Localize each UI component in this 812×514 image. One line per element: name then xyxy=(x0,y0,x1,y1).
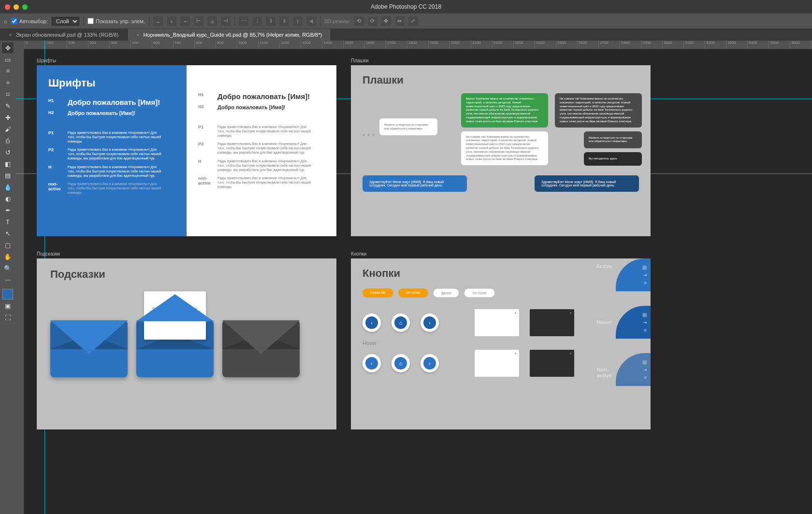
canvas[interactable]: 0100200300400500600700800900100011001200… xyxy=(15,41,812,514)
align-bottom-icon[interactable]: ⫟ xyxy=(180,16,190,26)
close-icon[interactable]: × xyxy=(514,351,517,356)
3d-scale-icon[interactable]: ⤢ xyxy=(408,16,418,26)
dist-4-icon[interactable]: ⫵ xyxy=(279,16,289,26)
plate-card: Не совсем так! Компании важно не количес… xyxy=(555,93,642,128)
menu-icon: ≡ xyxy=(644,328,647,333)
pill-button[interactable]: On Hover xyxy=(464,288,495,298)
type-tool[interactable]: T xyxy=(2,216,14,227)
minimize-window[interactable] xyxy=(14,4,19,10)
exit-icon: ⇥ xyxy=(643,367,647,372)
close-icon[interactable]: × xyxy=(569,351,572,356)
dist-5-icon[interactable]: ⫶ xyxy=(293,16,303,26)
maximize-window[interactable] xyxy=(22,4,28,10)
edit-toolbar[interactable]: ⋯ xyxy=(2,274,14,285)
color-swatch[interactable] xyxy=(2,289,13,300)
pill-button[interactable]: Далее xyxy=(433,288,460,298)
tools-panel: ✥ ▭ ⌗ ✧ ⌑ ✎ ✚ 🖌 ⎙ ↺ ◧ ▤ 💧 ◐ ✒ T ↖ ▢ ✋ 🔍 … xyxy=(0,41,15,514)
artboard-fonts[interactable]: Шрифты H1Добро пожаловать [Имя]!H2Добро … xyxy=(37,65,336,236)
section-title: Подсказки xyxy=(50,268,323,281)
wand-tool[interactable]: ✧ xyxy=(2,77,14,88)
plate-card: Вы находитесь здесь xyxy=(584,152,642,166)
align-vcenter-icon[interactable]: ⫞ xyxy=(167,16,176,26)
ruler-horizontal[interactable]: 0100200300400500600700800900100011001200… xyxy=(24,41,812,49)
arrow-right-icon[interactable]: › xyxy=(423,357,436,370)
arrow-right-icon[interactable]: › xyxy=(423,316,436,329)
3d-orbit-icon[interactable]: ⟲ xyxy=(354,16,364,26)
heal-tool[interactable]: ✚ xyxy=(2,112,14,123)
stamp-tool[interactable]: ⎙ xyxy=(2,135,14,146)
corner-menu-active[interactable]: ▤⇥≡ xyxy=(616,258,651,291)
brush-tool[interactable]: 🖌 xyxy=(2,124,14,134)
history-brush-tool[interactable]: ↺ xyxy=(2,147,14,157)
home-icon[interactable]: ⌂ xyxy=(4,18,7,24)
state-label: Active xyxy=(596,263,612,269)
eyedropper-tool[interactable]: ✎ xyxy=(2,100,14,111)
panel-dark: × xyxy=(530,350,574,377)
envelope-dark xyxy=(222,320,300,377)
align-top-icon[interactable]: ⫠ xyxy=(153,16,163,26)
3d-roll-icon[interactable]: ⟳ xyxy=(368,16,377,26)
menu-icon: ≡ xyxy=(644,375,647,380)
circle-button: ‹ xyxy=(362,314,381,332)
move-tool[interactable]: ✥ xyxy=(2,43,14,53)
marquee-tool[interactable]: ▭ xyxy=(2,54,14,65)
autoselect-select[interactable]: Слой xyxy=(52,17,79,26)
arrow-left-icon[interactable]: ‹ xyxy=(365,316,378,329)
close-icon[interactable]: × xyxy=(9,32,12,38)
artboard-label: Подсказки xyxy=(37,251,336,257)
hand-tool[interactable]: ✋ xyxy=(2,251,14,262)
document-tab[interactable]: ×Экран обновленный.psd @ 133% (RGB/8) xyxy=(0,29,128,41)
hover-label: Hover xyxy=(362,340,639,346)
artboard-label: Шрифты xyxy=(37,58,336,63)
dist-3-icon[interactable]: ⫴ xyxy=(266,16,276,26)
artboard-plates[interactable]: Плашки Можете оглядеться по сторонам или… xyxy=(351,65,651,236)
corner-menu-nonactive[interactable]: ▤⇥≡ xyxy=(616,353,651,386)
envelope-open: ❝Фраза-артефакт, которая поможет тебе пр… xyxy=(136,320,214,377)
dist-6-icon[interactable]: ⫷ xyxy=(306,16,316,26)
eraser-tool[interactable]: ◧ xyxy=(2,158,14,169)
dodge-tool[interactable]: ◐ xyxy=(2,193,14,204)
plate-card: Не совсем так! Компании важно не количес… xyxy=(461,131,548,166)
pill-button[interactable]: Follow NE xyxy=(362,288,393,298)
path-tool[interactable]: ↖ xyxy=(2,228,14,239)
distribute-h-icon[interactable]: ⋯ xyxy=(239,16,248,26)
artboard-buttons[interactable]: Кнопки Follow NE On Hover Далее On Hover… xyxy=(351,258,651,429)
align-hcenter-icon[interactable]: ⫝ xyxy=(207,16,217,26)
close-icon[interactable]: × xyxy=(569,311,572,315)
crop-tool[interactable]: ⌑ xyxy=(2,89,14,100)
pen-tool[interactable]: ✒ xyxy=(2,205,14,215)
lasso-tool[interactable]: ⌗ xyxy=(2,66,14,76)
align-right-icon[interactable]: ⊣ xyxy=(221,16,231,26)
artboard-label: Кнопки xyxy=(351,251,651,257)
3d-slide-icon[interactable]: ⇔ xyxy=(395,16,405,26)
zoom-tool[interactable]: 🔍 xyxy=(2,263,14,273)
blur-tool[interactable]: 💧 xyxy=(2,182,14,192)
exit-icon: ⇥ xyxy=(643,272,647,278)
gradient-tool[interactable]: ▤ xyxy=(2,170,14,181)
distribute-v-icon[interactable]: ⋮ xyxy=(252,16,262,26)
close-icon[interactable]: × xyxy=(136,32,139,38)
arrow-left-icon[interactable]: ‹ xyxy=(365,357,378,370)
pill-button[interactable]: On Hover xyxy=(398,288,428,298)
show-controls-check[interactable]: Показать упр. элем. xyxy=(87,18,145,24)
home-icon[interactable]: ⌂ xyxy=(394,357,407,370)
artboard-hints[interactable]: Подсказки ❝Фраза-артефакт, которая помож… xyxy=(37,258,336,429)
state-label: Hover xyxy=(597,319,612,325)
quickmask-tool[interactable]: ▣ xyxy=(2,300,14,311)
plate-bar: Здравствуйте! Меня зовут [ИМЯ]. Я Ваш но… xyxy=(535,175,639,192)
document-tab[interactable]: ×Норникель_Вводный курс_Guide v6.psd @ 8… xyxy=(128,29,331,41)
circle-button: ⌂ xyxy=(392,354,410,372)
3d-pan-icon[interactable]: ✥ xyxy=(381,16,391,26)
align-left-icon[interactable]: ⊢ xyxy=(194,16,203,26)
close-icon[interactable]: × xyxy=(514,311,517,315)
close-window[interactable] xyxy=(5,4,10,10)
panel-dark: × xyxy=(530,309,574,336)
corner-menu-hover[interactable]: ▤⇥≡ xyxy=(616,306,651,339)
shape-tool[interactable]: ▢ xyxy=(2,240,14,250)
home-icon[interactable]: ⌂ xyxy=(394,316,407,329)
exit-icon: ⇥ xyxy=(643,320,647,325)
ruler-vertical[interactable] xyxy=(15,49,24,514)
screenmode-tool[interactable]: ⛶ xyxy=(2,312,14,323)
mode-3d-label: 3D-режим: xyxy=(324,18,350,24)
autoselect-check[interactable]: Автовыбор: xyxy=(11,18,48,24)
